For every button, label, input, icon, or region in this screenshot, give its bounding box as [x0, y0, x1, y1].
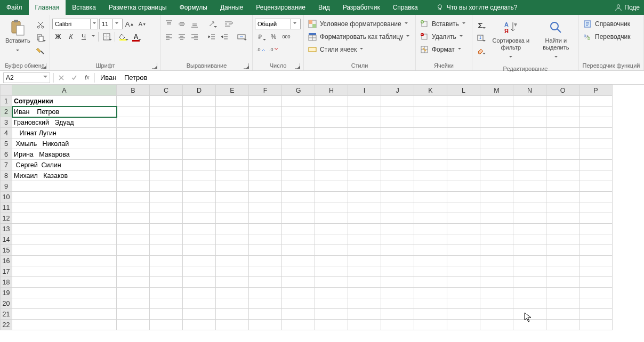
- comma-format-button[interactable]: 000: [280, 31, 292, 43]
- cell-D13[interactable]: [183, 224, 216, 234]
- cell-C6[interactable]: [150, 149, 183, 160]
- cell-H13[interactable]: [315, 224, 348, 234]
- cell-B9[interactable]: [117, 181, 150, 192]
- font-color-button[interactable]: A: [130, 31, 142, 43]
- cell-O7[interactable]: [546, 160, 579, 170]
- underline-button[interactable]: Ч: [78, 31, 90, 43]
- percent-format-button[interactable]: %: [268, 31, 279, 43]
- cell-N14[interactable]: [513, 234, 546, 245]
- row-header-8[interactable]: 8: [1, 170, 12, 181]
- cell-A10[interactable]: [12, 192, 117, 202]
- paste-dropdown[interactable]: [15, 45, 20, 57]
- cell-G20[interactable]: [282, 298, 315, 309]
- cell-A17[interactable]: [12, 266, 117, 277]
- cell-H15[interactable]: [315, 245, 348, 256]
- cell-K1[interactable]: [414, 96, 447, 107]
- cell-C19[interactable]: [150, 288, 183, 298]
- cell-K18[interactable]: [414, 277, 447, 288]
- row-header-13[interactable]: 13: [1, 224, 12, 234]
- merge-center-button[interactable]: [236, 31, 247, 43]
- cell-E18[interactable]: [216, 277, 249, 288]
- cell-D1[interactable]: [183, 96, 216, 107]
- cell-P4[interactable]: [579, 128, 613, 139]
- borders-button[interactable]: [101, 31, 112, 43]
- font-dialog-launcher[interactable]: [152, 63, 157, 69]
- cell-D18[interactable]: [183, 277, 216, 288]
- cell-A18[interactable]: [12, 277, 117, 288]
- cell-G22[interactable]: [282, 320, 315, 330]
- align-middle-button[interactable]: [176, 18, 188, 30]
- row-header-9[interactable]: 9: [1, 181, 12, 192]
- cell-K3[interactable]: [414, 117, 447, 128]
- insert-cells-button[interactable]: Вставить: [418, 18, 468, 30]
- cell-K12[interactable]: [414, 213, 447, 224]
- cell-A22[interactable]: [12, 320, 117, 330]
- cell-O10[interactable]: [546, 192, 579, 202]
- cell-I12[interactable]: [348, 213, 381, 224]
- cell-J3[interactable]: [381, 117, 414, 128]
- cell-F20[interactable]: [249, 298, 282, 309]
- cell-I3[interactable]: [348, 117, 381, 128]
- cell-L18[interactable]: [447, 277, 480, 288]
- cell-J20[interactable]: [381, 298, 414, 309]
- cell-H1[interactable]: [315, 96, 348, 107]
- format-cells-button[interactable]: Формат: [418, 44, 463, 55]
- cell-I9[interactable]: [348, 181, 381, 192]
- cell-J15[interactable]: [381, 245, 414, 256]
- cell-K4[interactable]: [414, 128, 447, 139]
- cell-J17[interactable]: [381, 266, 414, 277]
- cell-C16[interactable]: [150, 256, 183, 266]
- cell-A20[interactable]: [12, 298, 117, 309]
- cell-C14[interactable]: [150, 234, 183, 245]
- cell-D8[interactable]: [183, 170, 216, 181]
- cell-E10[interactable]: [216, 192, 249, 202]
- cell-M4[interactable]: [480, 128, 513, 139]
- cell-K16[interactable]: [414, 256, 447, 266]
- cell-L3[interactable]: [447, 117, 480, 128]
- cell-B20[interactable]: [117, 298, 150, 309]
- cell-L19[interactable]: [447, 288, 480, 298]
- cell-J13[interactable]: [381, 224, 414, 234]
- cell-O16[interactable]: [546, 256, 579, 266]
- cell-M16[interactable]: [480, 256, 513, 266]
- cell-D3[interactable]: [183, 117, 216, 128]
- cell-N17[interactable]: [513, 266, 546, 277]
- cell-K8[interactable]: [414, 170, 447, 181]
- row-header-5[interactable]: 5: [1, 139, 12, 149]
- clipboard-dialog-launcher[interactable]: [41, 63, 46, 69]
- column-header-J[interactable]: J: [381, 85, 414, 96]
- cell-F2[interactable]: [249, 107, 282, 117]
- cut-button[interactable]: [35, 19, 46, 31]
- column-header-O[interactable]: O: [546, 85, 579, 96]
- cell-D6[interactable]: [183, 149, 216, 160]
- cell-P14[interactable]: [579, 234, 613, 245]
- cell-N3[interactable]: [513, 117, 546, 128]
- cell-I7[interactable]: [348, 160, 381, 170]
- cell-O20[interactable]: [546, 298, 579, 309]
- increase-indent-button[interactable]: [219, 31, 230, 43]
- cell-L22[interactable]: [447, 320, 480, 330]
- autosum-button[interactable]: Σ: [474, 19, 486, 31]
- row-header-2[interactable]: 2: [1, 107, 12, 117]
- cell-M9[interactable]: [480, 181, 513, 192]
- cell-B16[interactable]: [117, 256, 150, 266]
- cell-B14[interactable]: [117, 234, 150, 245]
- cell-P7[interactable]: [579, 160, 613, 170]
- cell-E20[interactable]: [216, 298, 249, 309]
- row-header-22[interactable]: 22: [1, 320, 12, 330]
- find-select-button[interactable]: Найти и выделить: [536, 18, 576, 64]
- tab-page-layout[interactable]: Разметка страницы: [102, 0, 173, 15]
- cell-B12[interactable]: [117, 213, 150, 224]
- cell-C21[interactable]: [150, 309, 183, 320]
- cell-D5[interactable]: [183, 139, 216, 149]
- cell-H20[interactable]: [315, 298, 348, 309]
- cell-J16[interactable]: [381, 256, 414, 266]
- align-right-button[interactable]: [189, 31, 200, 43]
- cell-L5[interactable]: [447, 139, 480, 149]
- cell-C18[interactable]: [150, 277, 183, 288]
- cell-K17[interactable]: [414, 266, 447, 277]
- sort-filter-button[interactable]: АЯ Сортировка и фильтр: [487, 18, 535, 64]
- cell-C22[interactable]: [150, 320, 183, 330]
- cell-E16[interactable]: [216, 256, 249, 266]
- decrease-decimal-button[interactable]: .0: [268, 44, 279, 55]
